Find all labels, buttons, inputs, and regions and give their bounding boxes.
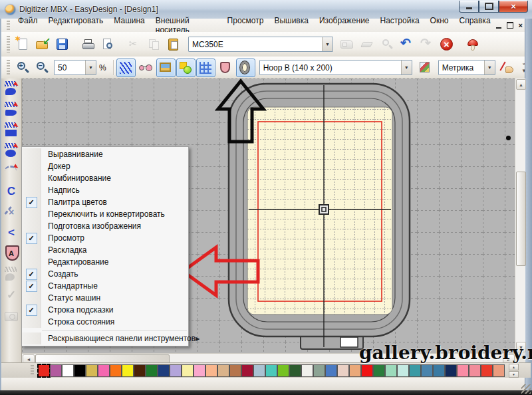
palette-swatch-1[interactable] xyxy=(50,364,62,377)
vertical-scroll-thumb[interactable] xyxy=(516,172,526,266)
palette-swatch-16[interactable] xyxy=(229,364,241,377)
palette-swatch-29[interactable] xyxy=(385,364,397,377)
context-menu-item-1[interactable]: Докер xyxy=(22,160,188,172)
print-preview-button[interactable] xyxy=(98,35,118,55)
gallery-button[interactable] xyxy=(463,35,483,55)
maximize-button[interactable] xyxy=(479,1,499,13)
save-button[interactable] xyxy=(53,35,72,55)
context-menu-item-13[interactable]: ✓Строка подсказки xyxy=(22,304,188,316)
chevron-down-icon[interactable]: ▼ xyxy=(85,61,96,74)
context-menu-item-10[interactable]: ✓Создать xyxy=(22,268,188,280)
palette-swatch-4[interactable] xyxy=(86,364,98,377)
tool-lettering-button[interactable]: A xyxy=(3,245,20,262)
palette-swatch-6[interactable] xyxy=(110,364,122,377)
palette-swatch-13[interactable] xyxy=(194,364,205,377)
palette-swatch-36[interactable] xyxy=(469,364,481,377)
zoom-out-button[interactable]: – xyxy=(32,59,51,77)
context-menu-item-9[interactable]: Редактирование xyxy=(22,256,188,268)
shield-button[interactable] xyxy=(216,59,235,77)
palette-swatch-19[interactable] xyxy=(265,364,277,377)
palette-swatch-10[interactable] xyxy=(158,364,170,377)
picture-button[interactable] xyxy=(156,59,176,77)
palette-swatch-21[interactable] xyxy=(289,364,301,377)
context-menu-item-4[interactable]: ✓Палитра цветов xyxy=(22,196,188,208)
print-button[interactable] xyxy=(78,35,98,55)
context-menu-item-0[interactable]: Выравнивание xyxy=(22,148,188,160)
palette-swatch-23[interactable] xyxy=(313,364,325,377)
zoom-in-button[interactable]: + xyxy=(13,59,32,77)
palette-swatch-38[interactable] xyxy=(493,364,505,377)
palette-scroll-down-button[interactable]: ▼ xyxy=(509,371,519,378)
chevron-down-icon[interactable]: ▼ xyxy=(322,37,332,51)
mdi-close-icon[interactable]: × xyxy=(519,22,523,29)
palette-swatch-30[interactable] xyxy=(397,364,409,377)
measure-tool-button[interactable] xyxy=(498,59,517,77)
paste-button[interactable] xyxy=(164,35,184,55)
palette-swatch-33[interactable] xyxy=(433,364,445,377)
tool-digitize-open-button[interactable] xyxy=(3,100,20,118)
palette-swatch-5[interactable] xyxy=(98,364,110,377)
context-menu-item-7[interactable]: ✓Просмотр xyxy=(22,232,188,244)
palette-swatch-31[interactable] xyxy=(409,364,421,377)
open-button[interactable] xyxy=(33,35,53,55)
tool-angle-button[interactable]: < xyxy=(3,224,20,241)
context-menu-item-12[interactable]: Статус машин xyxy=(22,292,188,304)
palette-swatch-22[interactable] xyxy=(301,364,313,377)
palette-swatch-26[interactable] xyxy=(349,364,361,377)
tool-open-curve-button[interactable] xyxy=(3,162,20,180)
hoop-position-button[interactable] xyxy=(416,59,436,77)
palette-swatch-17[interactable] xyxy=(241,364,253,377)
context-menu-item-5[interactable]: Переключить и конвертировать xyxy=(22,208,188,220)
context-menu-item-11[interactable]: ✓Стандартные xyxy=(22,280,188,292)
palette-scroll-up-button[interactable]: ▲ xyxy=(509,364,519,370)
palette-swatch-28[interactable] xyxy=(373,364,385,377)
minimize-button[interactable] xyxy=(459,1,479,13)
palette-swatch-7[interactable] xyxy=(122,364,134,377)
vertical-scrollbar[interactable]: ▲ ▼ xyxy=(515,78,525,353)
palette-swatch-37[interactable] xyxy=(481,364,493,377)
palette-swatch-14[interactable] xyxy=(205,364,217,377)
mdi-restore-icon[interactable] xyxy=(507,22,513,29)
tool-digitize-block-button[interactable] xyxy=(3,121,20,138)
context-menu-item-8[interactable]: Раскладка xyxy=(22,244,188,256)
palette-swatch-24[interactable] xyxy=(325,364,337,377)
units-combo[interactable]: Метрика ▼ xyxy=(438,60,495,75)
palette-swatch-8[interactable] xyxy=(134,364,146,377)
tool-digitize-closed-button[interactable] xyxy=(3,80,20,97)
scroll-up-button[interactable]: ▲ xyxy=(516,79,526,90)
new-button[interactable] xyxy=(13,35,33,55)
palette-swatch-9[interactable] xyxy=(146,364,158,377)
glasses-button[interactable] xyxy=(136,59,156,77)
hoop-combo[interactable]: Hoop B (140 x 200) ▼ xyxy=(259,60,412,75)
palette-swatch-35[interactable] xyxy=(457,364,469,377)
palette-swatch-12[interactable] xyxy=(182,364,194,377)
palette-swatch-18[interactable] xyxy=(253,364,265,377)
palette-swatch-27[interactable] xyxy=(361,364,373,377)
undo-button[interactable] xyxy=(397,35,417,55)
chevron-down-icon[interactable]: ▼ xyxy=(484,61,495,74)
context-menu-item-2[interactable]: Комбинирование xyxy=(22,172,188,184)
grid-button[interactable] xyxy=(196,59,215,77)
palette-swatch-20[interactable] xyxy=(277,364,289,377)
context-menu-item-3[interactable]: Надпись xyxy=(22,184,188,196)
machine-model-combo[interactable]: MC350E ▼ xyxy=(188,37,333,52)
context-menu-item-15[interactable]: Раскрывающиеся панели инструментов▶ xyxy=(22,332,188,344)
tool-closed-curve-button[interactable]: × xyxy=(3,203,20,221)
tool-digitize-area-button[interactable] xyxy=(3,142,20,159)
palette-swatch-25[interactable] xyxy=(337,364,349,377)
stop-button[interactable] xyxy=(437,35,457,55)
shapes-button[interactable] xyxy=(176,59,196,77)
chevron-down-icon[interactable]: ▼ xyxy=(401,61,412,74)
palette-swatch-3[interactable] xyxy=(74,364,86,377)
tool-circle-button[interactable]: C xyxy=(3,183,20,200)
close-button[interactable]: × xyxy=(499,1,528,13)
context-menu-item-6[interactable]: Подготовка изображения xyxy=(22,220,188,232)
resize-grip[interactable] xyxy=(521,384,531,394)
palette-swatch-32[interactable] xyxy=(421,364,433,377)
palette-swatch-15[interactable] xyxy=(217,364,229,377)
hoop-button[interactable] xyxy=(236,59,255,77)
palette-swatch-11[interactable] xyxy=(170,364,182,377)
stitches-button[interactable] xyxy=(116,59,136,77)
context-menu-item-14[interactable]: Строка состояния xyxy=(22,316,188,328)
palette-swatch-0[interactable] xyxy=(38,364,50,377)
